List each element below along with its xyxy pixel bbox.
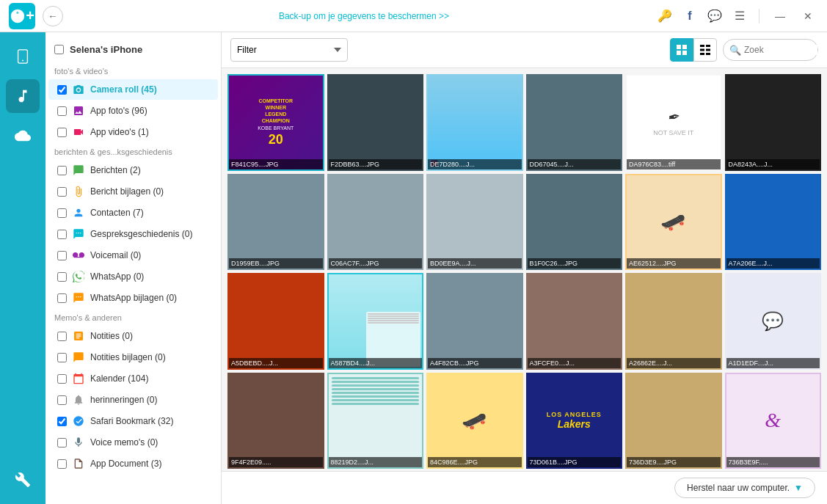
whatsapp-icon	[71, 269, 86, 284]
menu-icon[interactable]: ☰	[731, 7, 748, 25]
device-checkbox[interactable]	[54, 45, 64, 54]
photo-cell[interactable]: A3FCFE0....J...	[526, 273, 623, 370]
sidebar-item-kalender[interactable]: Kalender (104)	[48, 368, 218, 389]
voicemail-checkbox[interactable]	[57, 251, 67, 260]
svg-rect-7	[682, 51, 687, 55]
sidebar-item-app-photos[interactable]: App foto's (96)	[48, 101, 218, 121]
photo-cell[interactable]: 🛹AE62512....JPG	[625, 174, 722, 271]
whatsapp-checkbox[interactable]	[57, 272, 67, 282]
nav-phone-icon[interactable]	[6, 40, 40, 73]
sidebar-item-gespreksgeschiedenis[interactable]: Gespreksgeschiedenis (0)	[48, 224, 218, 244]
nav-tools-icon[interactable]	[6, 463, 40, 497]
photo-cell[interactable]: F2DBB63....JPG	[327, 74, 424, 171]
key-icon[interactable]: 🔑	[656, 7, 674, 25]
sidebar-item-safari-bookmark[interactable]: Safari Bookmark (32)	[48, 411, 218, 431]
photo-cell[interactable]: ✒NOT SAVE ITDA976C83....tiff	[625, 74, 722, 171]
notities-bijlagen-checkbox[interactable]	[57, 353, 67, 362]
sidebar-item-whatsapp[interactable]: WhatsApp (0)	[48, 266, 218, 287]
app-videos-checkbox[interactable]	[57, 128, 67, 137]
notities-checkbox[interactable]	[57, 332, 67, 341]
photo-cell[interactable]: C06AC7F....JPG	[327, 174, 424, 271]
sidebar-item-voicemail[interactable]: Voicemail (0)	[48, 245, 218, 266]
backup-link[interactable]: Back-up om je gegevens te beschermen >>	[279, 11, 449, 21]
grid-view-button[interactable]	[670, 38, 693, 62]
chat-icon[interactable]: 💬	[706, 7, 724, 25]
photo-cell[interactable]: 💬A1D1EDF....J...	[725, 273, 822, 370]
nav-music-icon[interactable]	[6, 79, 40, 113]
photo-cell[interactable]: 88219D2....J...	[327, 373, 424, 470]
photo-cell[interactable]: 9F4F2E09.....	[227, 373, 324, 470]
photo-cell[interactable]: A587BD4....J...	[327, 273, 424, 370]
whatsapp-bijlagen-label: WhatsApp bijlagen (0)	[90, 293, 209, 303]
photo-cell[interactable]: 🛹84C986E....JPG	[426, 373, 523, 470]
kalender-label: Kalender (104)	[90, 373, 209, 384]
photo-cell[interactable]: COMPETITORWINNERLEGENDCHAMPION KOBE BRYA…	[227, 74, 324, 171]
sidebar-item-contacten[interactable]: Contacten (7)	[48, 202, 218, 223]
photo-cell[interactable]: 736D3E9....JPG	[625, 373, 722, 470]
svg-point-3	[22, 60, 23, 62]
list-view-button[interactable]	[693, 38, 717, 62]
contacten-checkbox[interactable]	[57, 208, 67, 218]
sidebar-item-notities[interactable]: Notities (0)	[48, 326, 218, 346]
search-input[interactable]	[744, 45, 817, 55]
nav-cloud-icon[interactable]	[6, 119, 40, 153]
photo-cell[interactable]: A26862E....J...	[625, 273, 722, 370]
voicemail-label: Voicemail (0)	[90, 250, 209, 260]
sidebar-item-bericht-bijlagen[interactable]: Bericht bijlagen (0)	[48, 181, 218, 202]
photo-cell[interactable]: A7A206E....J...	[725, 174, 822, 271]
main-panel: Filter Alles Foto's Video's 🔍	[222, 32, 827, 504]
sidebar-item-whatsapp-bijlagen[interactable]: WhatsApp bijlagen (0)	[48, 288, 218, 308]
app-doc-checkbox[interactable]	[57, 459, 67, 469]
kalender-checkbox[interactable]	[57, 374, 67, 384]
attachment-icon	[71, 184, 86, 199]
left-nav	[0, 32, 45, 504]
photo-filename: 9F4F2E09.....	[229, 457, 323, 467]
herinneringen-checkbox[interactable]	[57, 395, 67, 405]
sidebar: Selena's iPhone foto's & video's Camera …	[45, 32, 222, 504]
app-photos-checkbox[interactable]	[57, 106, 67, 116]
photo-cell[interactable]: LOS ANGELESLakers73D061B....JPG	[526, 373, 623, 470]
bericht-bijlagen-checkbox[interactable]	[57, 187, 67, 197]
section-photos-label: foto's & video's	[45, 62, 221, 78]
safari-checkbox[interactable]	[57, 417, 67, 426]
sidebar-item-berichten[interactable]: Berichten (2)	[48, 160, 218, 180]
photo-cell[interactable]: BD0EE9A....J...	[426, 174, 523, 271]
close-button[interactable]: ✕	[798, 6, 818, 26]
app-doc-label: App Document (3)	[90, 459, 209, 469]
photo-cell[interactable]: B1F0C26....JPG	[526, 174, 623, 271]
photo-cell[interactable]: D1959EB....JPG	[227, 174, 324, 271]
whatsapp-bijlagen-checkbox[interactable]	[57, 293, 67, 303]
bericht-bijlagen-label: Bericht bijlagen (0)	[90, 186, 209, 197]
minimize-button[interactable]: —	[770, 6, 790, 26]
sidebar-item-voice-memo[interactable]: Voice memo's (0)	[48, 432, 218, 453]
photo-cell[interactable]: 🌆DE7D280....J...	[426, 74, 523, 171]
photo-cell[interactable]: A5DBEBD....J...	[227, 273, 324, 370]
sidebar-item-app-videos[interactable]: App video's (1)	[48, 122, 218, 142]
camera-roll-checkbox[interactable]	[57, 85, 67, 95]
berichten-checkbox[interactable]	[57, 166, 67, 175]
svg-rect-4	[677, 45, 681, 49]
restore-button[interactable]: Herstel naar uw computer. ▼	[674, 478, 815, 498]
sidebar-item-herinneringen[interactable]: herinneringen (0)	[48, 390, 218, 410]
filter-select[interactable]: Filter Alles Foto's Video's	[230, 38, 348, 62]
gesprek-checkbox[interactable]	[57, 230, 67, 239]
voice-memo-checkbox[interactable]	[57, 438, 67, 448]
photo-cell[interactable]: A4F82CB....JPG	[426, 273, 523, 370]
photo-filename: DA8243A....J...	[726, 159, 820, 169]
facebook-icon[interactable]: f	[681, 7, 699, 25]
photo-filename: A26862E....J...	[627, 358, 721, 368]
photo-cell[interactable]: DA8243A....J...	[725, 74, 822, 171]
photo-grid-container: COMPETITORWINNERLEGENDCHAMPION KOBE BRYA…	[222, 68, 827, 471]
calendar-icon	[71, 371, 86, 386]
sidebar-item-camera-roll[interactable]: Camera roll (45)	[48, 79, 218, 100]
notes-attach-icon	[71, 350, 86, 365]
voice-memo-label: Voice memo's (0)	[90, 437, 209, 448]
photo-cell[interactable]: &736B3E9F.....	[725, 373, 822, 470]
photo-cell[interactable]: DD67045....J...	[526, 74, 623, 171]
device-header: Selena's iPhone	[45, 40, 221, 62]
photo-filename: B1F0C26....JPG	[528, 258, 622, 269]
sidebar-item-app-document[interactable]: App Document (3)	[48, 453, 218, 474]
app-videos-label: App video's (1)	[90, 127, 209, 137]
back-button[interactable]: ←	[43, 6, 63, 26]
sidebar-item-notities-bijlagen[interactable]: Notities bijlagen (0)	[48, 347, 218, 368]
